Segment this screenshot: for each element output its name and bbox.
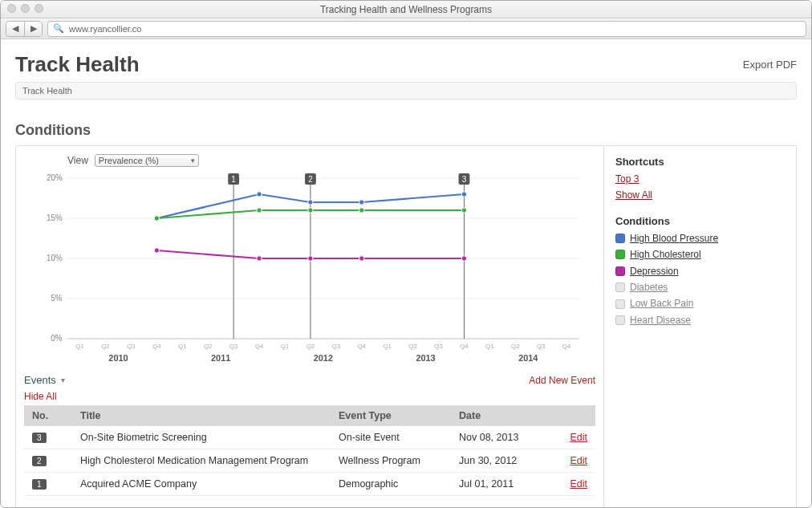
condition-item[interactable]: High Blood Pressure	[615, 230, 785, 246]
table-row: 2High Cholesterol Medication Management …	[24, 449, 595, 473]
event-number-badge: 1	[32, 479, 47, 490]
condition-label[interactable]: Heart Disease	[630, 312, 691, 328]
svg-point-47	[308, 200, 313, 205]
url-text: www.ryancollier.co	[69, 24, 141, 34]
svg-point-58	[359, 256, 364, 261]
event-title: High Cholesterol Medication Management P…	[72, 449, 331, 473]
svg-text:Q1: Q1	[383, 343, 392, 350]
svg-text:Q4: Q4	[460, 343, 469, 350]
conditions-heading: Conditions	[615, 215, 785, 227]
svg-text:Q3: Q3	[537, 343, 546, 350]
back-button[interactable]: ◀	[6, 22, 24, 36]
window-title: Tracking Health and Wellness Programs	[320, 4, 492, 15]
condition-item[interactable]: High Cholesterol	[615, 246, 785, 262]
condition-item[interactable]: Diabetes	[615, 279, 785, 295]
page-title: Track Health	[15, 52, 140, 77]
svg-text:Q1: Q1	[178, 343, 187, 350]
edit-link[interactable]: Edit	[570, 455, 587, 466]
svg-text:Q3: Q3	[434, 343, 443, 350]
svg-text:Q3: Q3	[127, 343, 136, 350]
event-type: On-site Event	[331, 426, 451, 449]
svg-text:1: 1	[231, 175, 236, 184]
svg-point-51	[257, 208, 262, 213]
svg-point-57	[308, 256, 313, 261]
svg-text:Q2: Q2	[204, 343, 213, 350]
svg-text:Q4: Q4	[357, 343, 366, 350]
edit-link[interactable]: Edit	[570, 432, 587, 443]
svg-text:Q4: Q4	[152, 343, 161, 350]
condition-item[interactable]: Heart Disease	[615, 312, 785, 328]
condition-label[interactable]: High Cholesterol	[630, 246, 701, 262]
condition-label[interactable]: Low Back Pain	[630, 295, 693, 311]
svg-text:5%: 5%	[51, 294, 62, 303]
svg-text:2: 2	[308, 175, 313, 184]
event-date: Jun 30, 2012	[451, 449, 555, 473]
svg-text:2010: 2010	[108, 353, 128, 363]
close-icon[interactable]	[7, 4, 16, 13]
col-title: Title	[72, 405, 331, 426]
svg-text:Q1: Q1	[281, 343, 290, 350]
minimize-icon[interactable]	[21, 4, 30, 13]
svg-text:2013: 2013	[416, 353, 435, 363]
svg-text:2012: 2012	[314, 353, 333, 363]
event-number-badge: 3	[32, 433, 47, 443]
view-label: View	[67, 155, 88, 166]
shortcut-showall[interactable]: Show All	[615, 187, 785, 203]
svg-point-46	[257, 192, 262, 197]
section-title: Conditions	[15, 122, 797, 139]
svg-point-50	[154, 216, 159, 221]
event-number-badge: 2	[32, 456, 47, 466]
window-titlebar: Tracking Health and Wellness Programs	[1, 1, 811, 18]
svg-text:Q3: Q3	[229, 343, 238, 350]
url-bar[interactable]: 🔍 www.ryancollier.co	[47, 21, 806, 37]
condition-label[interactable]: High Blood Pressure	[630, 230, 718, 246]
shortcuts-heading: Shortcuts	[615, 156, 785, 168]
col-date: Date	[451, 405, 555, 426]
svg-text:Q1: Q1	[485, 343, 494, 350]
svg-point-53	[359, 208, 364, 213]
svg-text:Q4: Q4	[562, 343, 571, 350]
event-type: Wellness Program	[331, 449, 451, 473]
condition-label[interactable]: Diabetes	[630, 279, 668, 295]
color-swatch-icon	[615, 234, 625, 243]
col-edit	[555, 405, 595, 426]
col-no: No.	[24, 405, 72, 426]
table-row: 3On-Site Biometric ScreeningOn-site Even…	[24, 426, 595, 449]
breadcrumb[interactable]: Track Health	[15, 82, 797, 100]
side-panel: Shortcuts Top 3 Show All Conditions High…	[604, 145, 797, 507]
svg-text:Q2: Q2	[408, 343, 417, 350]
svg-text:0%: 0%	[51, 334, 62, 343]
view-select[interactable]: Prevalence (%) ▾	[95, 154, 199, 167]
svg-text:15%: 15%	[47, 213, 63, 222]
svg-point-52	[308, 208, 313, 213]
edit-link[interactable]: Edit	[570, 478, 587, 490]
svg-text:20%: 20%	[47, 173, 63, 182]
search-icon: 🔍	[53, 23, 64, 34]
svg-text:Q1: Q1	[75, 343, 84, 350]
svg-point-49	[461, 192, 466, 197]
hide-all-link[interactable]: Hide All	[24, 391, 595, 402]
window-controls[interactable]	[7, 4, 43, 13]
forward-button[interactable]: ▶	[24, 22, 42, 36]
svg-text:Q3: Q3	[332, 343, 341, 350]
event-title: On-Site Biometric Screening	[72, 426, 331, 449]
add-event-link[interactable]: Add New Event	[529, 375, 595, 386]
color-swatch-icon	[615, 315, 625, 325]
condition-item[interactable]: Depression	[615, 263, 785, 279]
events-toggle[interactable]: Events ▾	[24, 374, 65, 386]
shortcut-top3[interactable]: Top 3	[615, 171, 785, 187]
zoom-icon[interactable]	[35, 4, 43, 13]
color-swatch-icon	[615, 282, 625, 292]
svg-point-59	[461, 256, 466, 261]
events-table: No. Title Event Type Date 3On-Site Biome…	[24, 405, 595, 496]
svg-text:Q2: Q2	[307, 343, 315, 350]
condition-label[interactable]: Depression	[630, 263, 679, 279]
svg-point-56	[257, 256, 262, 261]
color-swatch-icon	[615, 250, 625, 259]
svg-text:Q4: Q4	[255, 343, 264, 350]
condition-item[interactable]: Low Back Pain	[615, 295, 785, 311]
export-pdf-link[interactable]: Export PDF	[743, 59, 797, 71]
chevron-down-icon: ▾	[191, 156, 195, 165]
color-swatch-icon	[615, 266, 625, 276]
line-chart: 0%5%10%15%20%Q1Q2Q3Q42010Q1Q2Q3Q42011Q1Q…	[40, 170, 587, 371]
